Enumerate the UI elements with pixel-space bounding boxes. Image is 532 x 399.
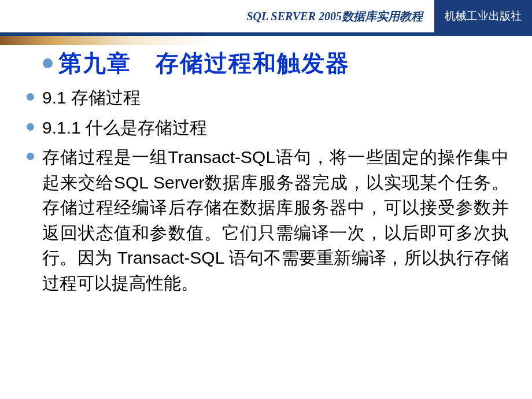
bullet-icon	[27, 123, 34, 131]
bullet-icon	[43, 58, 53, 68]
header-book-title: SQL SERVER 2005数据库实用教程	[246, 9, 423, 24]
section-text: 9.1 存储过程	[42, 85, 141, 110]
section-row: 9.1.1 什么是存储过程	[27, 115, 509, 141]
header-gradient-strip	[0, 36, 532, 45]
section-row: 存储过程是一组Transact-SQL语句，将一些固定的操作集中起来交给SQL …	[27, 145, 509, 295]
chapter-title-row: 第九章 存储过程和触发器	[43, 47, 509, 79]
slide-content: 第九章 存储过程和触发器 9.1 存储过程 9.1.1 什么是存储过程 存储过程…	[0, 45, 532, 295]
bullet-icon	[27, 153, 34, 160]
section-text: 9.1.1 什么是存储过程	[42, 115, 207, 141]
section-row: 9.1 存储过程	[27, 85, 509, 110]
chapter-title: 第九章 存储过程和触发器	[58, 47, 350, 79]
header-publisher: 机械工业出版社	[434, 0, 532, 32]
section-paragraph: 存储过程是一组Transact-SQL语句，将一些固定的操作集中起来交给SQL …	[42, 145, 509, 295]
slide-header: SQL SERVER 2005数据库实用教程 机械工业出版社	[0, 0, 532, 32]
bullet-icon	[27, 93, 34, 101]
